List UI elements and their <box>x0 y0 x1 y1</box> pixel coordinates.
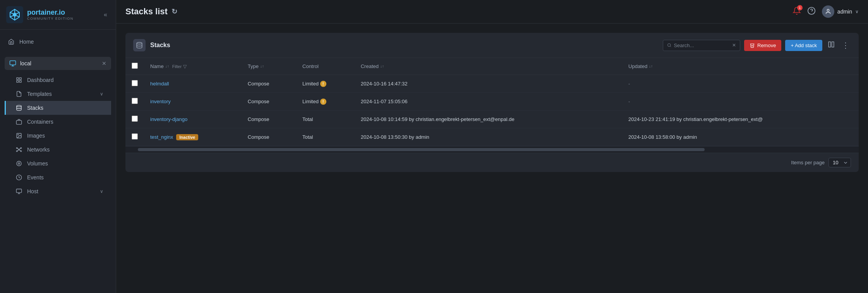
type-sort-icon: ↓↑ <box>260 64 264 68</box>
svg-point-15 <box>17 105 21 107</box>
table-scrollbar <box>125 146 859 153</box>
search-input[interactable] <box>674 43 730 48</box>
stack-control: Total <box>296 111 355 128</box>
row-checkbox[interactable] <box>132 98 138 104</box>
svg-rect-11 <box>17 78 19 80</box>
svg-point-21 <box>21 148 22 149</box>
select-all-checkbox[interactable] <box>132 63 138 69</box>
env-nav: Dashboard Templates ∨ Stacks <box>5 72 111 201</box>
created-sort-icon: ↓↑ <box>380 64 384 68</box>
svg-rect-40 <box>829 42 830 47</box>
stack-type: Compose <box>242 75 296 93</box>
sidebar-item-images[interactable]: Images <box>5 129 111 143</box>
templates-chevron-icon: ∨ <box>100 91 103 97</box>
svg-point-20 <box>16 148 17 149</box>
svg-rect-31 <box>16 189 21 192</box>
page-title: Stacks list ↻ <box>125 7 177 17</box>
panel-actions: ✕ Remove + Add stack ⋮ <box>663 39 851 51</box>
svg-line-24 <box>17 148 19 149</box>
host-icon <box>15 188 22 195</box>
stack-name-link[interactable]: helmdall <box>150 81 169 87</box>
sidebar-item-containers[interactable]: Containers <box>5 115 111 129</box>
sidebar-collapse-button[interactable]: « <box>101 10 110 20</box>
stack-name-link[interactable]: test_nginx <box>150 134 173 140</box>
sidebar-item-home[interactable]: Home <box>0 34 116 49</box>
home-icon <box>8 38 15 45</box>
panel-header: Stacks ✕ Remove + Add stack <box>125 33 859 58</box>
logo: portainer.io COMMUNITY EDITION <box>6 6 74 23</box>
portainer-logo-icon <box>6 6 23 23</box>
svg-rect-41 <box>832 42 834 47</box>
sidebar-item-dashboard[interactable]: Dashboard <box>5 73 111 87</box>
svg-rect-16 <box>16 121 21 124</box>
env-close-button[interactable]: ✕ <box>102 60 106 66</box>
sidebar-item-networks[interactable]: Networks <box>5 143 111 157</box>
filter-icon[interactable]: ▽ <box>183 64 187 69</box>
refresh-icon[interactable]: ↻ <box>172 7 177 16</box>
help-button[interactable] <box>807 7 816 17</box>
app-edition: COMMUNITY EDITION <box>27 17 74 20</box>
svg-point-22 <box>16 151 17 152</box>
table-row: test_nginxInactiveComposeTotal2024-10-08… <box>125 128 859 146</box>
table-row: inventory-djangoComposeTotal2024-10-08 1… <box>125 111 859 128</box>
panel-title-text: Stacks <box>150 42 170 49</box>
sidebar-item-stacks-label: Stacks <box>27 105 43 111</box>
updated-column-header[interactable]: Updated ↓↑ <box>628 63 653 69</box>
row-checkbox[interactable] <box>132 116 138 122</box>
sidebar-item-host-label: Host <box>27 188 38 194</box>
svg-point-23 <box>21 151 22 152</box>
user-chevron-icon: ∨ <box>855 9 859 14</box>
name-column-header[interactable]: Name ↓↑ Filter ▽ <box>150 63 187 69</box>
stack-type: Compose <box>242 93 296 111</box>
env-icon <box>9 60 16 67</box>
sidebar-item-volumes-label: Volumes <box>27 160 48 167</box>
sidebar-item-events[interactable]: Events <box>5 170 111 184</box>
stack-control: Total <box>296 128 355 146</box>
user-menu[interactable]: admin ∨ <box>822 5 859 18</box>
more-options-button[interactable]: ⋮ <box>840 39 851 51</box>
notifications-button[interactable]: 1 <box>793 7 801 17</box>
sidebar-item-templates[interactable]: Templates ∨ <box>5 87 111 101</box>
stack-created: 2024-11-07 15:05:06 <box>355 93 622 111</box>
remove-button[interactable]: Remove <box>744 40 781 51</box>
sidebar: portainer.io COMMUNITY EDITION « Home lo… <box>0 0 116 293</box>
env-section: local ✕ Dashboard Templates ∨ <box>0 54 116 204</box>
stack-type: Compose <box>242 128 296 146</box>
stack-updated: - <box>628 81 630 87</box>
sidebar-item-containers-label: Containers <box>27 119 53 125</box>
stack-name-link[interactable]: inventory <box>150 99 171 104</box>
row-checkbox[interactable] <box>132 133 138 140</box>
page-content-area: Stacks ✕ Remove + Add stack <box>116 24 868 293</box>
panel-footer: Items per page 10 25 50 100 <box>125 153 859 172</box>
search-box[interactable]: ✕ <box>663 40 740 51</box>
stack-name-link[interactable]: inventory-django <box>150 116 187 122</box>
sidebar-item-home-label: Home <box>19 39 108 45</box>
updated-sort-icon: ↓↑ <box>649 64 653 68</box>
created-column-header[interactable]: Created ↓↑ <box>361 63 384 69</box>
main-content: Stacks list ↻ 1 admin ∨ <box>116 0 868 293</box>
row-checkbox[interactable] <box>132 80 138 86</box>
sidebar-item-templates-label: Templates <box>27 91 52 97</box>
stack-updated: - <box>628 99 630 104</box>
sidebar-item-host[interactable]: Host ∨ <box>5 184 111 198</box>
stack-control: Limited ! <box>296 75 355 93</box>
sidebar-item-stacks[interactable]: Stacks <box>5 101 111 115</box>
stack-control: Limited ! <box>296 93 355 111</box>
username: admin <box>837 9 852 15</box>
search-clear-icon[interactable]: ✕ <box>732 43 736 48</box>
type-column-header[interactable]: Type ↓↑ <box>248 63 264 69</box>
svg-point-1 <box>13 13 17 17</box>
status-badge: Inactive <box>176 134 198 140</box>
svg-line-25 <box>19 148 21 149</box>
images-icon <box>15 132 22 139</box>
svg-line-27 <box>19 150 21 151</box>
add-stack-button[interactable]: + Add stack <box>785 40 822 51</box>
host-chevron-icon: ∨ <box>100 189 103 194</box>
sidebar-item-volumes[interactable]: Volumes <box>5 157 111 170</box>
question-icon <box>807 7 816 15</box>
svg-point-29 <box>18 163 20 164</box>
items-per-page-label: Items per page <box>791 160 825 165</box>
items-per-page-select[interactable]: 10 25 50 100 <box>829 158 851 167</box>
columns-toggle-button[interactable] <box>826 39 836 51</box>
stack-type: Compose <box>242 111 296 128</box>
